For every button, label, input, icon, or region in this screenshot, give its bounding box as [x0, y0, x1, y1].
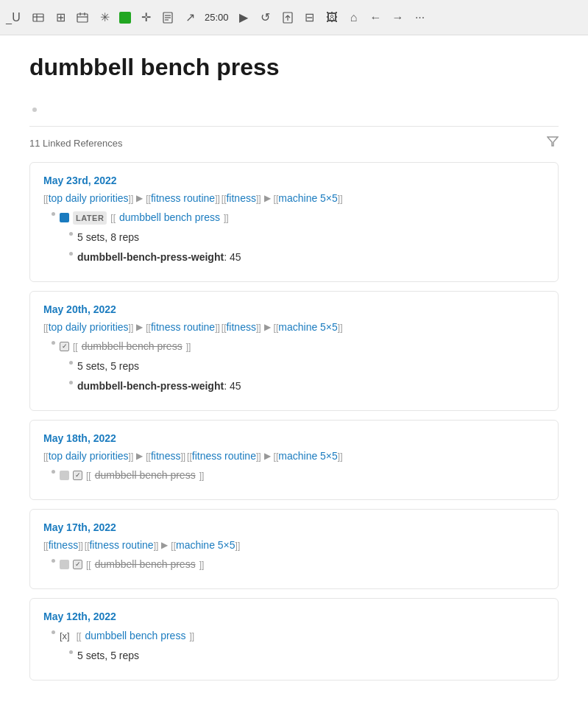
ref-date[interactable]: May 20th, 2022 [43, 303, 545, 315]
checked-sub-checkbox[interactable] [73, 471, 82, 480]
sub-bullet-dot [69, 650, 73, 654]
more-icon[interactable]: ··· [413, 11, 428, 24]
gray-checkbox[interactable] [60, 560, 69, 569]
ref-date[interactable]: May 12th, 2022 [43, 611, 545, 622]
ref-card: May 12th, 2022[x][[dumbbell bench press]… [29, 598, 559, 680]
open-bracket: [[ [146, 323, 151, 333]
back-icon[interactable]: ← [369, 11, 383, 24]
bullet-content: [[dumbbell bench press]] [60, 468, 545, 483]
breadcrumb-link[interactable]: machine 5×5 [278, 450, 338, 462]
breadcrumb-link-wrapper: [[machine 5×5]] [274, 192, 343, 204]
close-bracket: ]] [256, 451, 261, 462]
calendar-icon[interactable] [75, 12, 90, 24]
breadcrumb-link[interactable]: machine 5×5 [176, 539, 235, 551]
bullet-dot [52, 630, 55, 634]
ref-date[interactable]: May 18th, 2022 [43, 432, 545, 444]
page-title: dumbbell bench press [29, 53, 559, 81]
value-text: : 45 [224, 251, 241, 263]
underline-icon[interactable]: ̲U [9, 10, 24, 24]
breadcrumb-link[interactable]: fitness [49, 539, 78, 551]
breadcrumb-link[interactable]: fitness [151, 450, 180, 462]
breadcrumb-link[interactable]: fitness routine [192, 450, 256, 462]
linked-refs-count: 11 Linked References [29, 138, 122, 149]
open-bracket: [[ [73, 340, 78, 354]
bullet-item: [[dumbbell bench press]] [43, 339, 545, 354]
checked-checkbox-wrap: [[dumbbell bench press]] [60, 339, 545, 354]
open-bracket: [[ [43, 541, 49, 551]
cursor-icon[interactable]: ↗ [183, 10, 197, 24]
svg-rect-3 [77, 14, 88, 22]
bullet-marker [46, 557, 60, 563]
ref-date[interactable]: May 23rd, 2022 [43, 175, 545, 186]
item-link-strikethrough[interactable]: dumbbell bench press [82, 339, 183, 354]
bullet-content: [[dumbbell bench press]] [60, 339, 545, 354]
breadcrumb-link-wrapper: [[fitness]] [43, 539, 83, 551]
close-bracket: ]] [129, 194, 134, 204]
linked-refs-header: 11 Linked References [29, 126, 559, 156]
gray-checked-wrap: [[dumbbell bench press]] [60, 557, 545, 572]
breadcrumb-link[interactable]: machine 5×5 [278, 321, 338, 333]
home-icon[interactable]: ⌂ [347, 11, 361, 24]
close-bracket: ]] [235, 541, 241, 551]
ref-card: May 18th, 2022[[top daily priorities]]▶[… [29, 420, 559, 500]
grid-icon[interactable]: ⊞ [53, 10, 68, 24]
breadcrumb-link[interactable]: machine 5×5 [278, 192, 338, 204]
breadcrumb-link-wrapper: [[fitness routine]] [146, 321, 220, 333]
breadcrumb-link[interactable]: fitness [226, 321, 255, 333]
breadcrumb-link[interactable]: fitness routine [89, 539, 153, 551]
breadcrumb: [[fitness]][[fitness routine]]▶[[machine… [43, 539, 545, 551]
filter-icon[interactable] [547, 136, 559, 150]
asterisk-icon[interactable]: ✳ [97, 10, 112, 24]
item-link[interactable]: dumbbell bench press [119, 210, 220, 225]
breadcrumb: [[top daily priorities]]▶[[fitness]][[fi… [43, 450, 545, 462]
breadcrumb-sep: ▶ [264, 193, 271, 203]
bullet-list: [[dumbbell bench press]] [43, 468, 545, 483]
doc-icon[interactable] [160, 12, 175, 24]
bullet-content: 5 sets, 5 reps [77, 359, 545, 374]
refresh-icon[interactable]: ↺ [258, 10, 273, 24]
bullet-item: [[dumbbell bench press]] [43, 557, 545, 572]
close-bracket: ]] [256, 323, 261, 333]
breadcrumb-link[interactable]: fitness routine [151, 192, 215, 204]
breadcrumb-link[interactable]: fitness routine [151, 321, 215, 333]
item-link-strikethrough[interactable]: dumbbell bench press [95, 468, 196, 483]
play-icon[interactable]: ▶ [236, 10, 251, 24]
breadcrumb-link-wrapper: [[machine 5×5]] [171, 539, 240, 551]
key-text: dumbbell-bench-press-weight [77, 380, 224, 392]
ref-cards-container: May 23rd, 2022[[top daily priorities]]▶[… [29, 162, 559, 680]
breadcrumb-sep: ▶ [264, 322, 271, 332]
crosshair-icon[interactable]: ✛ [138, 10, 153, 24]
empty-bullet [29, 96, 559, 126]
item-link-strikethrough[interactable]: dumbbell bench press [95, 557, 196, 572]
checked-sub-checkbox[interactable] [73, 560, 82, 569]
forward-icon[interactable]: → [391, 11, 405, 24]
done-x-badge: [x] [60, 629, 70, 644]
bullet-content: LATER[[dumbbell bench press]] [60, 210, 545, 225]
bullet-marker [64, 250, 77, 256]
bullet-content: dumbbell-bench-press-weight: 45 [77, 379, 545, 394]
breadcrumb-link[interactable]: top daily priorities [49, 450, 129, 462]
image-icon[interactable]: 🖼 [325, 11, 339, 24]
breadcrumb-link-wrapper: [[machine 5×5]] [274, 321, 343, 333]
close-bracket: ]] [224, 211, 229, 225]
layout-icon[interactable]: ⊟ [302, 10, 317, 24]
done-x-wrap: [x][[dumbbell bench press]] [60, 628, 545, 644]
item-link[interactable]: dumbbell bench press [85, 628, 185, 644]
open-bracket: [[ [77, 630, 82, 643]
bullet-marker [46, 210, 60, 216]
green-square-icon[interactable] [119, 12, 131, 24]
table-icon[interactable] [31, 12, 46, 24]
upload-icon[interactable] [280, 12, 295, 24]
checked-checkbox-icon[interactable] [60, 342, 69, 351]
breadcrumb-link[interactable]: top daily priorities [49, 192, 129, 204]
breadcrumb-link[interactable]: fitness [226, 192, 255, 204]
page-content: dumbbell bench press 11 Linked Reference… [0, 35, 588, 719]
close-bracket: ]] [189, 630, 194, 643]
ref-date[interactable]: May 17th, 2022 [43, 521, 545, 533]
gray-checkbox[interactable] [60, 471, 69, 480]
bullet-item: 5 sets, 8 reps [61, 230, 545, 245]
bullet-marker [46, 468, 60, 474]
blue-checkbox[interactable] [60, 213, 69, 222]
breadcrumb-link[interactable]: top daily priorities [49, 321, 129, 333]
close-bracket: ]] [154, 541, 159, 551]
